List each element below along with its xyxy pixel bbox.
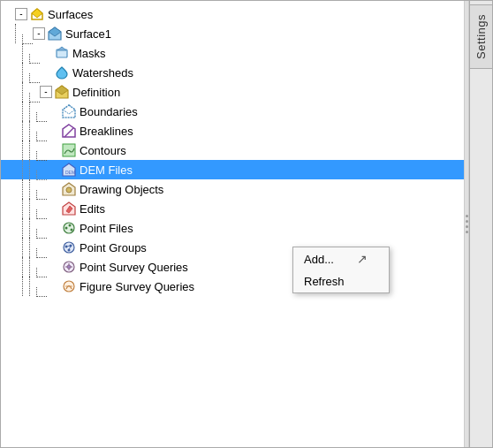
point-groups-icon — [61, 239, 77, 255]
context-menu-add[interactable]: Add... ↗ — [293, 247, 389, 270]
surface1-icon — [47, 26, 63, 42]
svg-point-19 — [65, 227, 68, 230]
svg-marker-1 — [32, 9, 42, 18]
definition-label: Definition — [72, 86, 120, 99]
tree-item-breaklines[interactable]: Breaklines — [1, 121, 464, 140]
svg-point-16 — [66, 187, 72, 193]
tree-item-surface1[interactable]: - Surface1 — [1, 24, 464, 43]
drawing-objects-icon — [61, 181, 77, 197]
drawing-objects-label: Drawing Objects — [80, 183, 163, 196]
context-menu-refresh[interactable]: Refresh — [293, 270, 389, 292]
tree-item-drawing-objects[interactable]: Drawing Objects — [1, 179, 464, 199]
point-survey-queries-label: Point Survey Queries — [80, 261, 188, 274]
tree-area: - Surfaces - Surface1 — [1, 1, 464, 447]
surface1-label: Surface1 — [65, 27, 111, 41]
tree-item-boundaries[interactable]: Boundaries — [1, 102, 464, 121]
tree-item-definition[interactable]: - Definition — [1, 82, 464, 102]
context-menu: Add... ↗ Refresh — [292, 247, 390, 293]
point-files-icon — [61, 220, 77, 236]
surfaces-icon — [29, 6, 45, 22]
surfaces-label: Surfaces — [48, 8, 93, 21]
point-survey-queries-icon — [61, 259, 77, 275]
expand-surface1[interactable]: - — [33, 27, 45, 40]
breaklines-icon — [61, 123, 77, 139]
tree-item-contours[interactable]: Contours — [1, 140, 464, 160]
svg-text:DEM: DEM — [65, 170, 75, 175]
tree-item-figure-survey-queries[interactable]: Figure Survey Queries — [1, 277, 464, 296]
contours-label: Contours — [80, 144, 126, 157]
tree-item-edits[interactable]: Edits — [1, 199, 464, 218]
cursor-icon: ↗ — [357, 252, 368, 266]
boundaries-icon — [61, 103, 77, 119]
figure-survey-queries-icon — [61, 278, 77, 294]
svg-marker-5 — [57, 47, 66, 50]
svg-line-11 — [64, 128, 73, 137]
definition-icon — [54, 84, 70, 100]
tree-item-point-survey-queries[interactable]: Point Survey Queries — [1, 257, 464, 277]
edits-icon — [61, 201, 77, 216]
masks-label: Masks — [72, 47, 106, 60]
watersheds-icon — [54, 65, 70, 80]
svg-marker-9 — [63, 105, 75, 114]
tree-item-point-groups[interactable]: Point Groups — [1, 238, 464, 257]
breaklines-label: Breaklines — [80, 125, 133, 138]
settings-tab[interactable]: Settings — [469, 4, 493, 69]
grip-dots — [466, 215, 468, 233]
edits-label: Edits — [80, 202, 105, 216]
watersheds-label: Watersheds — [72, 66, 133, 80]
settings-panel: Settings — [469, 1, 492, 447]
svg-point-20 — [69, 224, 72, 227]
dem-files-label: DEM Files — [80, 163, 133, 177]
boundaries-label: Boundaries — [80, 105, 138, 118]
contours-icon — [61, 142, 77, 158]
main-panel: - Surfaces - Surface1 — [0, 0, 493, 448]
expand-definition[interactable]: - — [40, 86, 52, 98]
tree-item-watersheds[interactable]: Watersheds — [1, 63, 464, 82]
masks-icon — [54, 45, 70, 61]
dem-files-icon: DEM — [61, 162, 77, 178]
tree-item-point-files[interactable]: Point Files — [1, 218, 464, 238]
svg-point-21 — [71, 229, 73, 232]
tree-item-surfaces[interactable]: - Surfaces — [1, 4, 464, 24]
figure-survey-queries-label: Figure Survey Queries — [80, 280, 194, 293]
expand-surfaces[interactable]: - — [15, 8, 27, 20]
point-files-label: Point Files — [80, 222, 133, 235]
tree-item-masks[interactable]: Masks — [1, 43, 464, 63]
svg-marker-10 — [63, 125, 75, 137]
point-groups-label: Point Groups — [80, 241, 147, 254]
svg-point-31 — [67, 265, 71, 269]
tree-item-dem-files[interactable]: DEM DEM Files — [1, 160, 464, 179]
